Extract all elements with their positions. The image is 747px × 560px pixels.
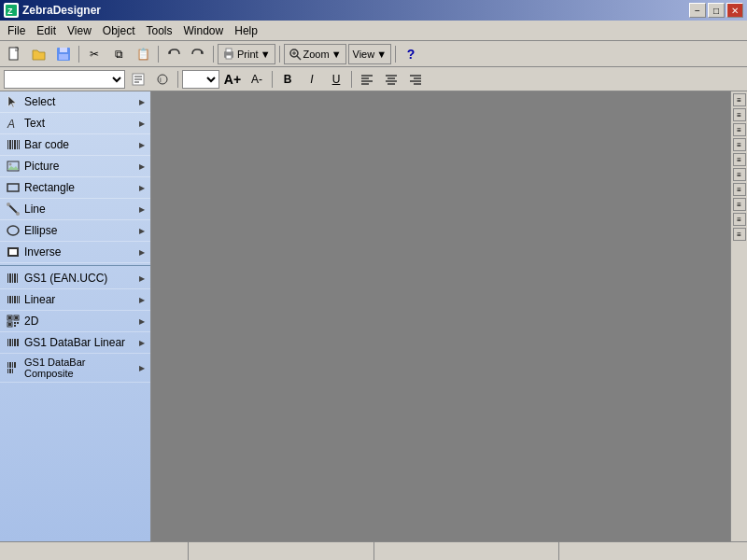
barcode-icon <box>6 137 21 152</box>
tool-select[interactable]: Select ▶ <box>0 91 150 113</box>
svg-rect-52 <box>9 273 11 283</box>
tool-picture-label: Picture <box>24 160 59 173</box>
tool-line[interactable]: Line ▶ <box>0 199 150 220</box>
svg-rect-50 <box>9 249 17 255</box>
barcode-2d[interactable]: 2D ▶ <box>0 311 150 332</box>
right-btn-1[interactable]: ≡ <box>733 93 746 106</box>
svg-rect-38 <box>12 140 13 149</box>
undo-button[interactable] <box>162 44 185 64</box>
select-arrow: ▶ <box>139 98 145 106</box>
align-left-button[interactable] <box>356 69 378 90</box>
svg-text:Z: Z <box>7 7 13 16</box>
zoom-button[interactable]: Zoom ▼ <box>284 44 346 64</box>
right-btn-10[interactable]: ≡ <box>733 228 746 241</box>
svg-rect-81 <box>9 369 11 373</box>
svg-rect-44 <box>7 184 19 191</box>
tool-rectangle-label: Rectangle <box>24 181 75 194</box>
right-btn-4[interactable]: ≡ <box>733 138 746 151</box>
help-button[interactable]: ? <box>400 44 422 64</box>
font-size-up-button[interactable]: A+ <box>221 69 244 90</box>
app-icon: Z <box>4 3 19 18</box>
barcode-gs1-ean[interactable]: GS1 (EAN.UCC) ▶ <box>0 268 150 289</box>
menu-view[interactable]: View <box>62 22 97 39</box>
new-button[interactable] <box>4 44 26 64</box>
svg-rect-11 <box>226 55 232 59</box>
right-btn-6[interactable]: ≡ <box>733 168 746 181</box>
svg-rect-63 <box>8 316 11 319</box>
line-icon <box>6 202 21 217</box>
font-size-down-button[interactable]: A- <box>246 69 268 90</box>
left-panel: Select ▶ A Text ▶ Bar code ▶ Picture ▶ <box>0 91 151 541</box>
2d-label: 2D <box>24 315 38 328</box>
separator-4 <box>279 46 280 63</box>
open-button[interactable] <box>28 44 50 64</box>
barcode-gs1-databar-composite[interactable]: GS1 DataBar Composite ▶ <box>0 354 150 383</box>
title-bar: Z ZebraDesigner − □ ✕ <box>0 0 747 21</box>
view-button[interactable]: View ▼ <box>348 44 392 64</box>
svg-rect-74 <box>14 339 16 346</box>
font-selector[interactable] <box>4 70 125 89</box>
font-options-button[interactable]: i <box>151 69 174 90</box>
font-size-selector[interactable] <box>182 70 219 89</box>
redo-button[interactable] <box>187 44 209 64</box>
right-btn-9[interactable]: ≡ <box>733 213 746 226</box>
2d-arrow: ▶ <box>139 317 145 326</box>
svg-rect-82 <box>12 369 13 373</box>
close-button[interactable]: ✕ <box>726 3 743 18</box>
svg-rect-61 <box>19 296 20 303</box>
bold-button[interactable]: B <box>276 69 299 90</box>
tool-barcode[interactable]: Bar code ▶ <box>0 134 150 156</box>
svg-rect-54 <box>14 273 16 283</box>
status-bar <box>0 541 747 560</box>
menu-file[interactable]: File <box>2 22 31 39</box>
font-browse-button[interactable] <box>127 69 149 90</box>
svg-rect-71 <box>7 339 8 346</box>
maximize-button[interactable]: □ <box>708 3 725 18</box>
menu-edit[interactable]: Edit <box>31 22 62 39</box>
menu-bar: File Edit View Object Tools Window Help <box>0 21 747 41</box>
main-toolbar: ✂ ⧉ 📋 Print ▼ Zoom ▼ View ▼ ? <box>0 41 747 67</box>
svg-rect-78 <box>12 362 13 368</box>
separator-3 <box>213 46 214 63</box>
cut-button[interactable]: ✂ <box>83 44 106 64</box>
align-right-button[interactable] <box>404 69 427 90</box>
menu-window[interactable]: Window <box>178 22 230 39</box>
svg-point-43 <box>9 163 12 166</box>
barcode-linear[interactable]: Linear ▶ <box>0 289 150 311</box>
cursor-icon <box>6 94 21 109</box>
right-btn-8[interactable]: ≡ <box>733 198 746 211</box>
tool-text[interactable]: A Text ▶ <box>0 113 150 134</box>
menu-help[interactable]: Help <box>229 22 263 39</box>
print-button[interactable]: Print ▼ <box>218 44 275 64</box>
save-button[interactable] <box>52 44 75 64</box>
inverse-icon <box>6 245 21 259</box>
menu-object[interactable]: Object <box>97 22 141 39</box>
gs1-databar-composite-arrow: ▶ <box>139 364 145 372</box>
gs1-databar-composite-icon <box>6 360 21 375</box>
status-section-4 <box>559 542 743 560</box>
right-btn-2[interactable]: ≡ <box>733 108 746 121</box>
align-center-button[interactable] <box>380 69 402 90</box>
right-btn-3[interactable]: ≡ <box>733 123 746 136</box>
menu-tools[interactable]: Tools <box>141 22 178 39</box>
separator-8 <box>351 71 352 88</box>
tool-ellipse-label: Ellipse <box>24 224 57 237</box>
svg-marker-34 <box>8 96 16 107</box>
italic-button[interactable]: I <box>301 69 323 90</box>
tool-picture[interactable]: Picture ▶ <box>0 156 150 177</box>
underline-button[interactable]: U <box>325 69 347 90</box>
svg-rect-5 <box>60 48 67 52</box>
barcode-gs1-databar-linear[interactable]: GS1 DataBar Linear ▶ <box>0 332 150 354</box>
minimize-button[interactable]: − <box>689 3 706 18</box>
tool-inverse[interactable]: Inverse ▶ <box>0 242 150 263</box>
copy-button[interactable]: ⧉ <box>107 44 130 64</box>
tool-rectangle[interactable]: Rectangle ▶ <box>0 177 150 199</box>
svg-rect-68 <box>14 322 16 324</box>
text-icon: A <box>6 116 21 131</box>
right-btn-7[interactable]: ≡ <box>733 183 746 196</box>
right-btn-5[interactable]: ≡ <box>733 153 746 166</box>
barcode-arrow: ▶ <box>139 141 145 149</box>
canvas-area[interactable] <box>151 91 730 541</box>
paste-button[interactable]: 📋 <box>132 44 154 64</box>
tool-ellipse[interactable]: Ellipse ▶ <box>0 220 150 242</box>
